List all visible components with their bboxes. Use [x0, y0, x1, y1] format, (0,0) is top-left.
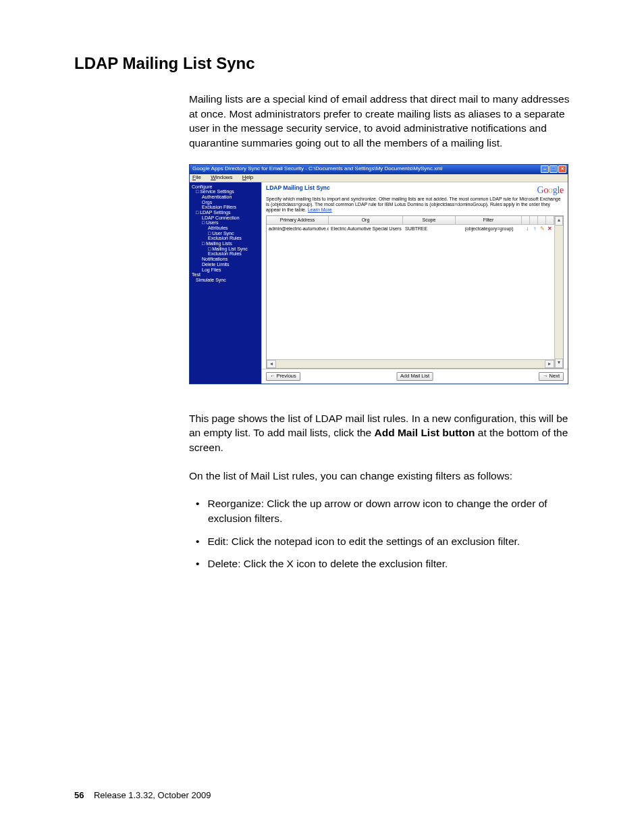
page-heading: LDAP Mailing List Sync	[74, 54, 570, 73]
app-window: Google Apps Directory Sync for Email Sec…	[189, 164, 568, 384]
next-button[interactable]: → Next	[539, 372, 564, 380]
scroll-up-icon[interactable]: ▴	[555, 216, 563, 226]
sidebar: Configure□ Service SettingsAuthenticatio…	[190, 182, 261, 384]
sidebar-item[interactable]: Exclusion Rules	[192, 251, 259, 257]
sidebar-item[interactable]: Delete Limits	[192, 262, 259, 267]
content-description: Specify which mailing lists to import an…	[262, 197, 568, 215]
sidebar-item[interactable]: Configure	[192, 184, 259, 190]
col-primary-address[interactable]: Primary Address	[267, 216, 329, 224]
col-org[interactable]: Org	[329, 216, 403, 224]
menubar: File Windows Help	[190, 174, 568, 182]
button-bar: ← Previous Add Mail List → Next	[262, 369, 568, 383]
sidebar-item[interactable]: Exclusion Filters	[192, 205, 259, 210]
col-action4	[546, 216, 554, 224]
cell-org: Electric Automotive Special Users	[329, 226, 403, 233]
paragraph-filters: On the list of Mail List rules, you can …	[189, 469, 570, 484]
scroll-right-icon[interactable]: ▸	[545, 360, 554, 368]
sidebar-item[interactable]: □ Service Settings	[192, 189, 259, 194]
titlebar: Google Apps Directory Sync for Email Sec…	[190, 165, 568, 174]
scroll-left-icon[interactable]: ◂	[267, 360, 276, 368]
cell-scope: SUBTREE	[403, 226, 456, 233]
rules-table: Primary Address Org Scope Filter	[266, 215, 564, 369]
horizontal-scrollbar[interactable]: ◂ ▸	[267, 359, 554, 368]
sidebar-item[interactable]: □ User Sync	[192, 231, 259, 236]
sidebar-item[interactable]: LDAP Connection	[192, 215, 259, 221]
content-title: LDAP Mailing List Sync	[266, 185, 537, 191]
google-logo: Google	[537, 185, 564, 195]
move-up-icon[interactable]: ↑	[531, 226, 538, 232]
list-item: Delete: Click the X icon to delete the e…	[189, 556, 570, 571]
add-mail-list-button[interactable]: Add Mail List	[396, 372, 433, 380]
sidebar-item[interactable]: Exclusion Rules	[192, 236, 259, 241]
bullet-list: Reorganize: Click the up arrow or down a…	[189, 496, 570, 571]
list-item: Edit: Click the notepad icon to edit the…	[189, 534, 570, 549]
page-footer: 56 Release 1.3.32, October 2009	[74, 790, 211, 800]
sidebar-item[interactable]: □ Mailing List Sync	[192, 246, 259, 252]
previous-button[interactable]: ← Previous	[266, 372, 300, 380]
minimize-button[interactable]: –	[541, 165, 549, 173]
menu-file[interactable]: File	[192, 174, 201, 180]
vertical-scrollbar[interactable]: ▴ ▾	[554, 216, 563, 368]
close-button[interactable]: ×	[558, 165, 566, 173]
sidebar-item[interactable]: Log Files	[192, 267, 259, 273]
move-down-icon[interactable]: ↓	[524, 226, 531, 232]
sidebar-item[interactable]: Simulate Sync	[192, 278, 259, 283]
learn-more-link[interactable]: Learn More	[308, 207, 332, 212]
sidebar-item[interactable]: Orgs	[192, 200, 259, 205]
content-panel: LDAP Mailing List Sync Google Specify wh…	[261, 182, 568, 384]
maximize-button[interactable]: □	[549, 165, 558, 173]
col-action2	[530, 216, 538, 224]
col-action3	[538, 216, 546, 224]
sidebar-item[interactable]: Notifications	[192, 257, 259, 262]
col-action1	[522, 216, 530, 224]
menu-windows[interactable]: Windows	[211, 174, 232, 180]
intro-paragraph: Mailing lists are a special kind of emai…	[189, 92, 570, 151]
col-filter[interactable]: Filter	[456, 216, 522, 224]
delete-icon[interactable]: ✕	[546, 226, 553, 232]
sidebar-item[interactable]: □ Mailing Lists	[192, 241, 259, 246]
list-item: Reorganize: Click the up arrow or down a…	[189, 496, 570, 525]
scroll-down-icon[interactable]: ▾	[555, 359, 563, 368]
col-scope[interactable]: Scope	[403, 216, 456, 224]
sidebar-item[interactable]: □ LDAP Settings	[192, 210, 259, 215]
paragraph-rules: This page shows the list of LDAP mail li…	[189, 411, 570, 455]
cell-primary: admin@electric-automotive.com	[267, 226, 329, 233]
sidebar-item[interactable]: Attributes	[192, 226, 259, 231]
table-row[interactable]: admin@electric-automotive.com Electric A…	[267, 225, 554, 234]
sidebar-item[interactable]: Test	[192, 272, 259, 278]
cell-filter: (objectcategory=group)	[456, 226, 522, 233]
sidebar-item[interactable]: Authentication	[192, 194, 259, 200]
sidebar-item[interactable]: □ Users	[192, 220, 259, 226]
window-title: Google Apps Directory Sync for Email Sec…	[192, 166, 541, 172]
edit-icon[interactable]: ✎	[539, 226, 545, 232]
menu-help[interactable]: Help	[242, 174, 253, 180]
